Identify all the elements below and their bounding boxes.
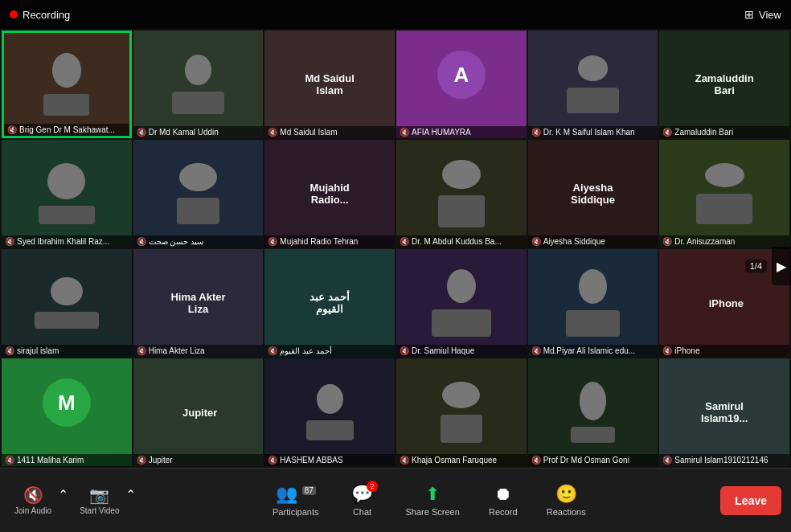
- participant-name-label: 🔇Dr. Samiul Haque: [396, 345, 527, 357]
- mic-off-icon: 🔇: [268, 237, 277, 246]
- name-text: أحمد عبد القيوم: [280, 346, 332, 355]
- leave-button[interactable]: Leave: [720, 486, 781, 515]
- name-text: Dr. K M Saiful Islam Khan: [543, 128, 635, 137]
- video-cell-10: 🔇Dr. M Abdul Kuddus Ba...: [396, 140, 527, 248]
- mic-off-icon: 🔇: [531, 237, 541, 246]
- name-text: 1411 Maliha Karim: [17, 456, 84, 464]
- video-cell-13: 🔇sirajul islam: [2, 249, 132, 357]
- mic-off-icon: 🔇: [531, 128, 541, 137]
- video-cell-11: Aiyesha Siddique 🔇Aiyesha Siddique: [528, 140, 658, 248]
- video-silhouette: [133, 140, 264, 248]
- mic-off-icon: 🔇: [268, 128, 277, 137]
- name-text: Dr Md Kamal Uddin: [149, 128, 219, 137]
- name-text: Jupiter: [149, 456, 173, 464]
- video-cell-14: Hima Akter Liza 🔇Hima Akter Liza: [133, 249, 264, 357]
- mic-off-icon: 🔇: [5, 237, 14, 246]
- name-text: Khaja Osman Faruquee: [412, 456, 497, 464]
- next-page-button[interactable]: ▶: [772, 247, 791, 285]
- recording-dot: [10, 10, 18, 18]
- page-total: 4: [757, 261, 762, 271]
- participant-name-label: 🔇Prof Dr Md Osman Goni: [528, 454, 658, 466]
- reactions-button[interactable]: 🙂 Reactions: [540, 481, 592, 520]
- mic-off-icon: 🔇: [662, 456, 672, 464]
- video-silhouette: [528, 249, 658, 357]
- video-cell-20: Jupiter 🔇Jupiter: [133, 358, 264, 466]
- participant-name-label: 🔇Zamaluddin Bari: [659, 126, 789, 138]
- video-cell-17: 🔇Md.Piyar Ali Islamic edu...: [528, 249, 658, 357]
- participant-name-label: 🔇Dr. Anisuzzaman: [659, 235, 789, 248]
- participant-name-label: 🔇Md Saidul Islam: [264, 126, 395, 138]
- video-silhouette: [528, 31, 658, 138]
- name-text: Syed Ibrahim Khalil Raz...: [17, 237, 109, 246]
- video-silhouette: [2, 249, 132, 357]
- share-screen-button[interactable]: ⬆ Share Screen: [400, 481, 466, 520]
- toolbar-right: Leave: [720, 486, 781, 515]
- display-name: Mujahid Radio...: [293, 182, 366, 206]
- name-text: Samirul Islam1910212146: [674, 456, 768, 464]
- record-button[interactable]: ⏺ Record: [479, 481, 527, 520]
- name-text: Hima Akter Liza: [149, 346, 205, 355]
- view-grid-icon: ⊞: [744, 8, 754, 21]
- record-icon: ⏺: [494, 484, 512, 505]
- video-cell-19: M 🔇1411 Maliha Karim: [2, 358, 132, 466]
- video-section: 📷 Start Video ⌃: [75, 482, 137, 518]
- page-indicator: 1/4: [745, 260, 767, 272]
- top-bar-right[interactable]: ⊞ View: [744, 8, 781, 21]
- video-cell-21: 🔇HASHEM ABBAS: [264, 358, 395, 466]
- recording-label: Recording: [23, 9, 70, 21]
- toolbar-center: 👥 87 Participants 💬 2 Chat ⬆ Share Scree…: [137, 481, 720, 520]
- page-current: 1: [750, 261, 755, 271]
- participant-name-label: 🔇AFIA HUMAYRA: [396, 126, 527, 138]
- participant-name-label: 🔇Syed Ibrahim Khalil Raz...: [2, 235, 132, 248]
- chat-badge: 2: [367, 481, 378, 492]
- video-cell-1: 🔇Brig Gen Dr M Sakhawat...: [2, 31, 132, 138]
- name-text: iPhone: [674, 346, 699, 355]
- mic-off-icon: 🔇: [137, 128, 146, 137]
- mic-off-icon: 🔇: [662, 128, 672, 137]
- top-bar-left: Recording: [10, 9, 70, 21]
- join-audio-label: Join Audio: [14, 506, 51, 515]
- participants-button[interactable]: 👥 87 Participants: [266, 481, 325, 520]
- participants-label: Participants: [273, 507, 318, 517]
- participants-count: 87: [302, 486, 316, 495]
- participant-name-label: 🔇Khaja Osman Faruquee: [396, 454, 527, 466]
- start-video-button[interactable]: 📷 Start Video: [75, 482, 124, 518]
- participant-name-label: 🔇Aiyesha Siddique: [528, 235, 658, 248]
- display-name: Aiyesha Siddique: [554, 182, 633, 206]
- video-cell-12: 🔇Dr. Anisuzzaman: [659, 140, 789, 248]
- mic-off-icon: 🔇: [531, 456, 541, 464]
- share-screen-label: Share Screen: [406, 507, 460, 517]
- mic-off-icon: 🔇: [5, 346, 14, 355]
- join-audio-button[interactable]: 🔇 Join Audio: [10, 482, 56, 518]
- chat-button[interactable]: 💬 2 Chat: [338, 481, 387, 520]
- participant-name-label: 🔇Md.Piyar Ali Islamic edu...: [528, 345, 658, 357]
- toolbar-left: 🔇 Join Audio ⌃ 📷 Start Video ⌃: [10, 482, 137, 518]
- name-text: sirajul islam: [17, 346, 59, 355]
- mic-off-icon: 🔇: [400, 346, 409, 355]
- view-label[interactable]: View: [759, 9, 781, 21]
- video-silhouette: [133, 31, 264, 138]
- mic-off-icon: 🔇: [268, 456, 277, 464]
- video-off-icon: 📷: [89, 485, 109, 505]
- participant-name-label: 🔇Samirul Islam1910212146: [659, 454, 789, 466]
- name-text: سید حسن صحت: [149, 237, 204, 246]
- display-name: Md Saidul Islam: [294, 72, 365, 96]
- audio-chevron[interactable]: ⌃: [56, 484, 70, 505]
- video-cell-9: Mujahid Radio... 🔇Mujahid Radio Tehran: [264, 140, 395, 248]
- top-bar: Recording ⊞ View: [0, 0, 791, 29]
- video-chevron[interactable]: ⌃: [124, 484, 137, 505]
- video-cell-6: Zamaluddin Bari 🔇Zamaluddin Bari: [659, 31, 789, 138]
- video-cell-23: 🔇Prof Dr Md Osman Goni: [528, 358, 658, 466]
- mic-off-icon: 🔇: [137, 237, 146, 246]
- video-silhouette: [528, 358, 658, 466]
- video-silhouette: [396, 358, 527, 466]
- mic-off-icon: 🔇: [137, 456, 146, 464]
- participants-icon: 👥 87: [276, 484, 316, 505]
- participant-name-label: 🔇Brig Gen Dr M Sakhawat...: [4, 124, 129, 136]
- mic-off-icon: 🔇: [531, 346, 541, 355]
- name-text: AFIA HUMAYRA: [412, 128, 471, 137]
- participant-name-label: 🔇1411 Maliha Karim: [2, 454, 132, 466]
- avatar-circle: M: [43, 379, 91, 427]
- mic-off-icon: 🔇: [400, 237, 409, 246]
- video-cell-4: A 🔇AFIA HUMAYRA: [396, 31, 527, 138]
